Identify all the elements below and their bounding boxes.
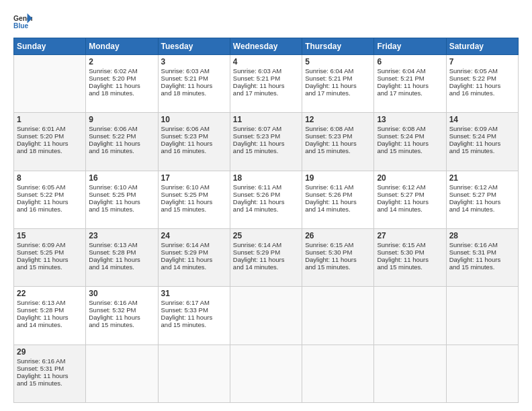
calendar-cell: [374, 287, 446, 345]
day-info: Sunrise: 6:05 AM: [449, 67, 515, 75]
day-info: and 15 minutes.: [17, 379, 83, 387]
calendar-cell: 2Sunrise: 6:02 AMSunset: 5:20 PMDaylight…: [86, 55, 158, 113]
day-info: Sunset: 5:22 PM: [449, 75, 515, 82]
day-info: Sunset: 5:22 PM: [17, 191, 83, 198]
day-info: and 15 minutes.: [233, 147, 299, 154]
day-number: 2: [89, 57, 154, 66]
day-info: Sunrise: 6:11 AM: [305, 183, 371, 191]
day-info: and 15 minutes.: [161, 321, 227, 328]
day-info: Daylight: 11 hours: [89, 82, 154, 89]
day-number: 26: [305, 231, 371, 240]
day-info: Sunrise: 6:09 AM: [449, 125, 515, 132]
day-number: 1: [17, 115, 83, 124]
day-info: and 15 minutes.: [305, 263, 371, 271]
day-info: Daylight: 11 hours: [89, 198, 154, 205]
day-info: Sunrise: 6:08 AM: [377, 125, 443, 132]
calendar-cell: [374, 345, 446, 402]
svg-text:Blue: Blue: [13, 22, 29, 30]
day-info: and 16 minutes.: [89, 147, 154, 154]
day-info: Daylight: 11 hours: [305, 140, 371, 147]
day-number: 25: [233, 231, 299, 240]
day-info: Sunset: 5:23 PM: [305, 132, 371, 140]
day-number: 9: [89, 115, 154, 124]
logo-icon: General Blue: [13, 12, 32, 31]
page-header: General Blue: [13, 12, 519, 31]
calendar-cell: 30Sunrise: 6:16 AMSunset: 5:32 PMDayligh…: [86, 287, 158, 345]
day-of-week-header: Friday: [374, 38, 446, 55]
day-number: 8: [17, 173, 83, 183]
day-info: and 18 minutes.: [17, 147, 83, 154]
day-number: 5: [305, 57, 371, 66]
day-info: and 14 minutes.: [17, 321, 83, 328]
day-info: and 15 minutes.: [305, 147, 371, 154]
day-info: Sunrise: 6:02 AM: [89, 67, 154, 75]
calendar-cell: 18Sunrise: 6:11 AMSunset: 5:26 PMDayligh…: [230, 171, 302, 228]
day-info: and 15 minutes.: [89, 321, 154, 328]
day-info: Sunset: 5:25 PM: [161, 191, 227, 198]
day-info: Sunset: 5:28 PM: [89, 248, 154, 256]
calendar-cell: 22Sunrise: 6:13 AMSunset: 5:28 PMDayligh…: [14, 287, 86, 345]
calendar-cell: 26Sunrise: 6:15 AMSunset: 5:30 PMDayligh…: [302, 228, 374, 286]
day-number: 22: [17, 289, 83, 298]
calendar-cell: 9Sunrise: 6:06 AMSunset: 5:22 PMDaylight…: [86, 113, 158, 171]
day-info: Daylight: 11 hours: [233, 82, 299, 89]
day-info: and 15 minutes.: [449, 147, 515, 154]
day-info: Sunrise: 6:10 AM: [89, 183, 154, 191]
day-number: 17: [161, 173, 227, 183]
day-info: Sunset: 5:27 PM: [449, 191, 515, 198]
day-info: Sunset: 5:23 PM: [233, 132, 299, 140]
calendar-cell: [230, 287, 302, 345]
day-number: 15: [17, 231, 83, 240]
day-info: Daylight: 11 hours: [233, 140, 299, 147]
day-number: 4: [233, 57, 299, 66]
day-info: Sunrise: 6:04 AM: [377, 67, 443, 75]
day-info: and 16 minutes.: [449, 89, 515, 97]
day-info: Sunrise: 6:07 AM: [233, 125, 299, 132]
day-info: Sunrise: 6:12 AM: [377, 183, 443, 191]
day-info: and 14 minutes.: [449, 205, 515, 213]
calendar-cell: 12Sunrise: 6:08 AMSunset: 5:23 PMDayligh…: [302, 113, 374, 171]
day-info: Sunrise: 6:04 AM: [305, 67, 371, 75]
day-info: and 14 minutes.: [377, 205, 443, 213]
day-info: and 14 minutes.: [305, 205, 371, 213]
day-info: Sunrise: 6:14 AM: [233, 241, 299, 248]
day-info: Sunset: 5:31 PM: [449, 248, 515, 256]
day-info: and 18 minutes.: [89, 89, 154, 97]
day-info: Daylight: 11 hours: [89, 314, 154, 321]
day-info: Daylight: 11 hours: [449, 82, 515, 89]
calendar-table: SundayMondayTuesdayWednesdayThursdayFrid…: [13, 38, 519, 403]
calendar-cell: 17Sunrise: 6:10 AMSunset: 5:25 PMDayligh…: [158, 171, 230, 228]
day-number: 14: [449, 115, 515, 124]
day-info: Sunrise: 6:06 AM: [89, 125, 154, 132]
day-info: Daylight: 11 hours: [233, 256, 299, 263]
day-number: 3: [161, 57, 227, 66]
day-number: 7: [449, 57, 515, 66]
day-info: and 15 minutes.: [17, 263, 83, 271]
day-info: Sunset: 5:27 PM: [377, 191, 443, 198]
day-number: 24: [161, 231, 227, 240]
day-info: Sunrise: 6:01 AM: [17, 125, 83, 132]
calendar-cell: 29Sunrise: 6:16 AMSunset: 5:31 PMDayligh…: [14, 345, 86, 402]
day-info: Sunset: 5:20 PM: [89, 75, 154, 82]
day-number: 23: [89, 231, 154, 240]
day-info: Daylight: 11 hours: [17, 198, 83, 205]
day-of-week-header: Thursday: [302, 38, 374, 55]
day-info: Sunrise: 6:06 AM: [161, 125, 227, 132]
day-info: Sunrise: 6:03 AM: [161, 67, 227, 75]
calendar-cell: 6Sunrise: 6:04 AMSunset: 5:21 PMDaylight…: [374, 55, 446, 113]
day-info: Sunrise: 6:05 AM: [17, 183, 83, 191]
calendar-cell: 10Sunrise: 6:06 AMSunset: 5:23 PMDayligh…: [158, 113, 230, 171]
day-info: Sunset: 5:26 PM: [305, 191, 371, 198]
day-number: 28: [449, 231, 515, 240]
day-info: Sunrise: 6:17 AM: [161, 299, 227, 306]
day-info: Sunrise: 6:13 AM: [89, 241, 154, 248]
day-info: and 16 minutes.: [161, 147, 227, 154]
day-info: and 17 minutes.: [305, 89, 371, 97]
day-info: Sunrise: 6:09 AM: [17, 241, 83, 248]
day-info: Sunrise: 6:15 AM: [305, 241, 371, 248]
calendar-cell: 19Sunrise: 6:11 AMSunset: 5:26 PMDayligh…: [302, 171, 374, 228]
day-number: 13: [377, 115, 443, 124]
day-number: 21: [449, 173, 515, 183]
day-info: and 15 minutes.: [161, 205, 227, 213]
calendar-cell: 31Sunrise: 6:17 AMSunset: 5:33 PMDayligh…: [158, 287, 230, 345]
